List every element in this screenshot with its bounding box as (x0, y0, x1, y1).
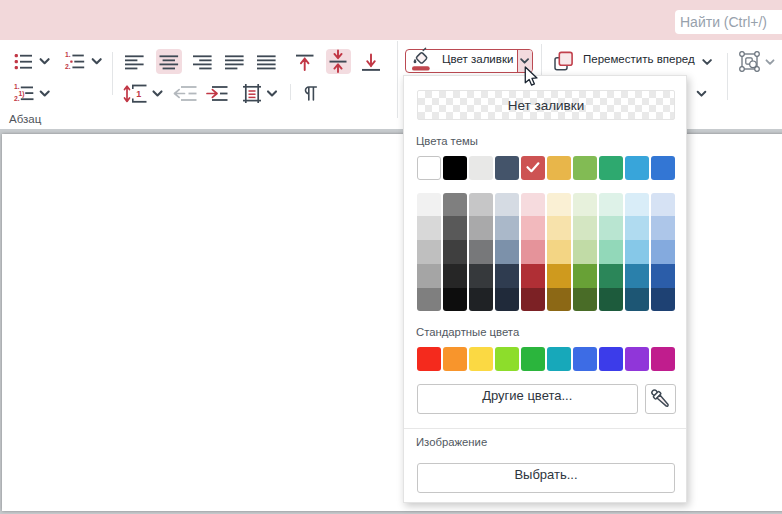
svg-text:1.: 1. (65, 51, 71, 58)
svg-text:2.: 2. (14, 95, 20, 102)
svg-text:1: 1 (136, 89, 141, 99)
svg-text:2.: 2. (65, 63, 71, 70)
